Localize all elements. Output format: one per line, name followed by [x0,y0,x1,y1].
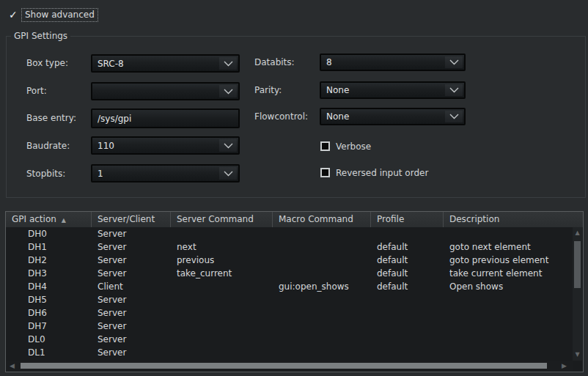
table-cell [444,293,583,306]
table-cell [371,333,444,346]
table-cell [273,293,371,306]
sort-asc-icon: ▲ [62,217,66,224]
table-header: GPI action▲Server/ClientServer CommandMa… [6,212,583,227]
table-cell [171,320,273,333]
baudrate-label: Baudrate: [26,140,70,152]
table-cell: default [371,280,444,293]
baudrate-select[interactable]: 110 [91,136,240,155]
table-cell [171,227,273,240]
table-cell [273,333,371,346]
table-cell: Server [92,306,171,320]
gpi-actions-table: GPI action▲Server/ClientServer CommandMa… [5,211,584,372]
table-cell [371,293,444,306]
chevron-down-icon [219,139,237,152]
table-cell: Server [92,293,171,306]
scroll-right-icon[interactable]: ▶ [562,361,567,371]
chevron-down-icon [445,84,463,96]
table-cell [171,333,273,346]
column-header-server-command[interactable]: Server Command [171,212,273,227]
column-header-description[interactable]: Description [444,212,583,227]
table-cell: Client [92,280,171,293]
table-cell: gui:open_shows [273,280,371,293]
port-label: Port: [26,85,47,97]
table-cell: Server [92,240,171,254]
scroll-up-icon[interactable]: ▲ [573,229,582,237]
table-cell: DH2 [6,254,92,267]
base-entry-input[interactable] [91,108,240,128]
table-cell: take_current [171,267,273,280]
chevron-down-icon [219,57,237,70]
reversed-input-order-checkbox[interactable] [320,168,330,177]
base-entry-label: Base entry: [26,112,76,124]
table-row[interactable]: DH6Server [6,306,583,320]
table-row[interactable]: DH4Clientgui:open_showsdefaultOpen shows [6,280,583,293]
parity-select[interactable]: None [320,81,466,99]
box-type-label: Box type: [26,57,68,69]
chevron-down-icon [445,56,463,68]
verbose-label: Verbose [336,141,371,152]
parity-label: Parity: [254,84,282,96]
verbose-checkbox[interactable] [320,141,330,151]
stopbits-select[interactable]: 1 [91,164,240,183]
table-cell: previous [171,254,273,267]
table-cell: default [371,267,444,280]
databits-label: Databits: [254,56,295,68]
horizontal-scrollbar-thumb[interactable] [21,363,547,369]
port-select[interactable] [91,82,240,100]
table-cell: DH4 [6,280,92,293]
chevron-down-icon [219,167,237,180]
vertical-scrollbar-thumb[interactable] [574,241,581,288]
table-cell [171,293,273,306]
checkmark-icon: ✓ [9,9,18,21]
chevron-down-icon [445,111,463,122]
reversed-input-order-label: Reversed input order [336,167,428,179]
table-row[interactable]: DH5Server [6,293,583,306]
scroll-left-icon[interactable]: ◀ [10,361,15,371]
table-cell: DH0 [6,227,92,240]
table-cell [444,320,583,333]
table-cell: take current element [444,267,583,280]
table-cell [444,333,583,346]
box-type-select[interactable]: SRC-8 [91,54,240,73]
table-cell [371,306,444,320]
table-row[interactable]: DH2Serverpreviousdefaultgoto previous el… [6,254,583,267]
table-cell: Server [92,227,171,240]
chevron-down-icon [219,85,237,97]
horizontal-scrollbar[interactable]: ◀ ▶ [6,361,573,371]
stopbits-label: Stopbits: [26,168,65,180]
table-row[interactable]: DH0Server [6,227,583,240]
column-header-server-client[interactable]: Server/Client [92,212,171,227]
databits-select[interactable]: 8 [320,54,466,71]
table-cell [273,267,371,280]
column-header-profile[interactable]: Profile [371,212,444,227]
table-row[interactable]: DL0Server [6,333,583,346]
scroll-down-icon[interactable]: ▼ [573,350,582,359]
table-cell: DH1 [6,240,92,254]
column-header-gpi-action[interactable]: GPI action▲ [6,212,92,227]
table-cell: DH7 [6,320,92,333]
table-row[interactable]: DL1Server [6,346,583,359]
table-cell: DL0 [6,333,92,346]
table-cell [444,346,583,359]
table-row[interactable]: DH7Server [6,320,583,333]
vertical-scrollbar[interactable]: ▲ ▼ [573,227,582,361]
table-cell: Server [92,333,171,346]
table-cell: Server [92,267,171,280]
table-cell [371,227,444,240]
gpi-settings-panel: ✓ Show advanced GPI Settings Box type: P… [0,0,588,376]
table-cell: next [171,240,273,254]
column-header-macro-command[interactable]: Macro Command [273,212,371,227]
table-row[interactable]: DH3Servertake_currentdefaulttake current… [6,267,583,280]
show-advanced-checkbox[interactable]: Show advanced [21,8,98,22]
groupbox-title: GPI Settings [11,31,70,41]
flowcontrol-label: Flowcontrol: [254,111,308,122]
table-cell [273,240,371,254]
table-cell: Server [92,254,171,267]
table-cell [273,306,371,320]
table-row[interactable]: DH1Servernextdefaultgoto next element [6,240,583,254]
table-cell [171,280,273,293]
flowcontrol-select[interactable]: None [320,108,466,125]
table-cell [444,227,583,240]
table-cell: goto next element [444,240,583,254]
table-cell: default [371,254,444,267]
